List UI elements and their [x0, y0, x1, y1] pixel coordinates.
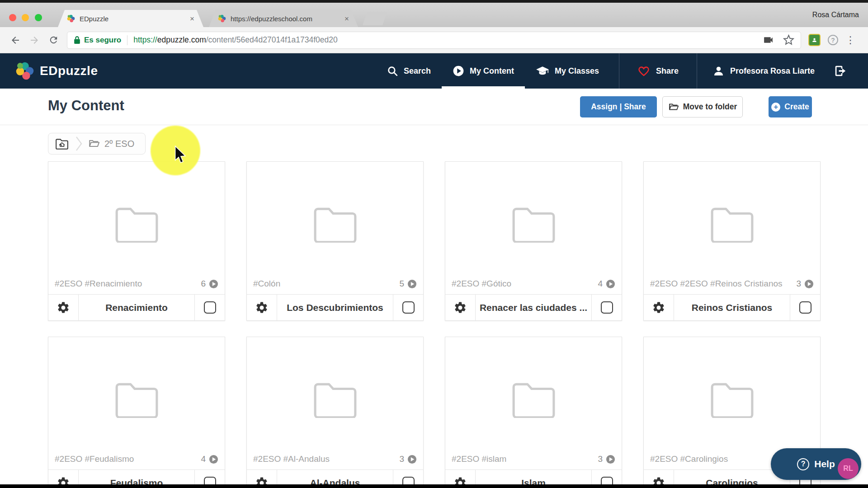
folder-card[interactable]: #Colón 5 Los Descubrimientos	[246, 161, 424, 321]
tab-edpuzzle[interactable]: EDpuzzle ×	[58, 10, 203, 27]
address-bar[interactable]: Es seguro https://edpuzzle.com/content/5…	[67, 32, 801, 49]
nav-profile[interactable]: Profesora Rosa Liarte	[697, 65, 824, 77]
folder-title: Los Descubrimientos	[277, 295, 393, 320]
content-grid: #2ESO #Renacimiento 6 Renacimiento #Coló…	[48, 161, 821, 488]
move-to-folder-button[interactable]: Move to folder	[662, 96, 743, 117]
nav-my-classes[interactable]: My Classes	[525, 53, 610, 89]
user-initials-badge[interactable]: RL	[838, 458, 859, 479]
nav-share[interactable]: Share	[619, 53, 697, 89]
page-header: My Content Assign | Share Move to folder…	[0, 89, 868, 125]
chrome-menu-icon[interactable]: ⋮	[845, 38, 855, 42]
folder-checkbox[interactable]	[393, 295, 423, 320]
folder-checkbox[interactable]	[194, 295, 225, 320]
play-count-icon	[606, 455, 615, 464]
bookmark-star-icon[interactable]	[783, 34, 794, 46]
video-count: 4	[201, 454, 206, 464]
back-arrow-icon	[10, 35, 21, 46]
home-folder-icon	[55, 138, 69, 150]
folder-options-button[interactable]	[644, 295, 674, 320]
folder-tags: #2ESO #2ESO #Reinos Cristianos	[650, 279, 783, 289]
folder-checkbox[interactable]	[591, 295, 622, 320]
folder-options-button[interactable]	[48, 295, 79, 320]
folder-card[interactable]: #2ESO #Feudalismo 4 Feudalismo	[48, 337, 225, 488]
back-button[interactable]	[7, 32, 24, 48]
address-divider	[127, 35, 127, 45]
tab-close-icon[interactable]: ×	[190, 15, 194, 23]
video-count: 3	[796, 279, 801, 289]
folder-tags: #2ESO #Feudalismo	[55, 454, 134, 464]
gear-icon	[57, 301, 70, 314]
checkbox-icon	[402, 301, 415, 314]
folder-card[interactable]: #2ESO #islam 3 Islam	[445, 337, 622, 488]
mac-minimize-button[interactable]	[22, 14, 29, 21]
screenshot-root: EDpuzzle × https://edpuzzleschool.com × …	[0, 0, 868, 488]
edpuzzle-logo[interactable]: EDpuzzle	[15, 53, 98, 89]
folder-tags: #Colón	[253, 279, 280, 289]
folder-card[interactable]: #2ESO #Al-Andalus 3 Al-Andalus	[246, 337, 424, 488]
person-icon	[712, 65, 725, 77]
bottom-letterbox-bar	[0, 484, 868, 488]
nav-my-content[interactable]: My Content	[442, 53, 525, 89]
tab-title: EDpuzzle	[80, 15, 185, 23]
folder-title: Reinos Cristianos	[674, 295, 790, 320]
reload-button[interactable]	[45, 32, 61, 48]
edpuzzle-favicon	[67, 14, 75, 23]
play-count-icon	[804, 279, 814, 289]
page-title: My Content	[48, 98, 124, 114]
folder-checkbox[interactable]	[790, 295, 820, 320]
folder-tags: #2ESO #Gótico	[452, 279, 511, 289]
open-folder-icon	[88, 138, 100, 150]
edpuzzle-favicon	[218, 14, 226, 23]
folder-card[interactable]: #2ESO #2ESO #Reinos Cristianos 3 Reinos …	[643, 161, 821, 321]
create-button[interactable]: + Create	[769, 96, 812, 117]
new-tab-button[interactable]	[363, 12, 387, 25]
checkbox-icon	[601, 301, 613, 314]
classroom-extension-icon[interactable]	[808, 34, 821, 46]
question-mark-icon: ?	[797, 458, 809, 470]
logout-button[interactable]	[824, 64, 868, 78]
mouse-cursor	[174, 145, 187, 164]
forward-arrow-icon	[29, 35, 40, 46]
folder-icon	[709, 380, 755, 418]
browser-toolbar: Es seguro https://edpuzzle.com/content/5…	[0, 27, 868, 53]
nav-search[interactable]: Search	[376, 53, 442, 89]
camera-icon[interactable]	[763, 34, 774, 46]
brand-name: EDpuzzle	[40, 64, 98, 78]
folder-options-button[interactable]	[445, 295, 476, 320]
security-label: Es seguro	[84, 36, 121, 45]
folder-options-button[interactable]	[247, 295, 277, 320]
checkbox-icon	[204, 301, 216, 314]
folder-card[interactable]: #2ESO #Renacimiento 6 Renacimiento	[48, 161, 225, 321]
breadcrumb-home[interactable]	[48, 133, 75, 154]
mac-close-button[interactable]	[9, 14, 16, 21]
tab-edpuzzleschool[interactable]: https://edpuzzleschool.com ×	[209, 10, 358, 27]
plus-icon: +	[771, 103, 780, 112]
assign-share-button[interactable]: Assign | Share	[580, 96, 657, 117]
folder-title: Renacimiento	[79, 295, 194, 320]
extension-help-icon[interactable]: ?	[828, 35, 838, 45]
folder-title: Renacer las ciudades ...	[476, 295, 591, 320]
mac-zoom-button[interactable]	[35, 14, 42, 21]
classroom-person-icon	[811, 37, 818, 43]
folder-icon	[113, 380, 160, 418]
folder-card[interactable]: #2ESO #Gótico 4 Renacer las ciudades ...	[445, 161, 622, 321]
forward-button[interactable]	[26, 32, 42, 48]
gear-icon	[652, 301, 665, 314]
play-count-icon	[209, 279, 218, 289]
folder-tags: #2ESO #islam	[452, 454, 506, 464]
breadcrumb-current-folder[interactable]: 2º ESO	[83, 133, 145, 154]
folder-icon	[510, 205, 557, 243]
gear-icon	[453, 301, 467, 314]
edpuzzle-navbar: EDpuzzle Search My Content	[0, 53, 868, 89]
chrome-profile-name[interactable]: Rosa Cártama	[812, 11, 859, 19]
video-count: 3	[399, 454, 404, 464]
logout-icon	[834, 64, 847, 78]
nav-my-classes-label: My Classes	[555, 66, 599, 76]
nav-share-label: Share	[656, 66, 679, 76]
browser-tab-strip: EDpuzzle × https://edpuzzleschool.com × …	[0, 0, 868, 27]
move-to-folder-label: Move to folder	[683, 102, 737, 112]
breadcrumb-chevron-icon	[75, 133, 83, 154]
graduation-cap-icon	[536, 65, 549, 77]
nav-profile-label: Profesora Rosa Liarte	[730, 66, 815, 76]
tab-close-icon[interactable]: ×	[344, 15, 349, 23]
